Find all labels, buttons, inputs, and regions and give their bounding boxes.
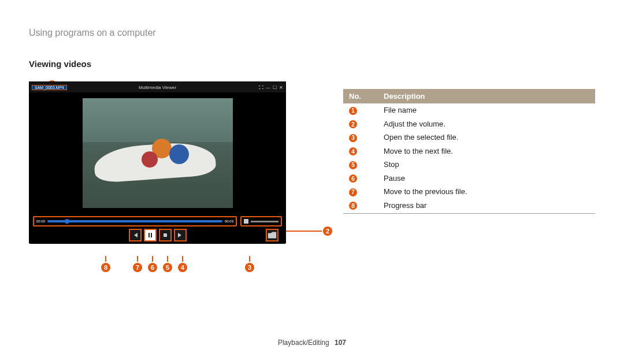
row-desc: Stop	[378, 158, 595, 172]
video-player-window: SAM_0003.MP4 Multimedia Viewer ⛶ — ☐ ✕	[29, 81, 286, 243]
titlebar: SAM_0003.MP4 Multimedia Viewer ⛶ — ☐ ✕	[29, 82, 285, 92]
time-current: 00:00	[36, 220, 45, 223]
time-total: 00:03	[225, 220, 233, 223]
row-num-icon: 4	[349, 147, 357, 155]
speaker-icon[interactable]	[244, 219, 248, 224]
callout-6: 6	[148, 263, 157, 272]
seek-track[interactable]	[47, 220, 222, 222]
row-desc: File name	[378, 103, 595, 117]
leader-8	[105, 256, 106, 262]
row-num-icon: 1	[349, 107, 357, 115]
table-row: 8Progress bar	[343, 199, 595, 214]
th-desc: Description	[378, 89, 595, 103]
callout-7: 7	[133, 263, 142, 272]
row-desc: Pause	[378, 172, 595, 185]
expand-icon[interactable]: ⛶	[259, 85, 263, 90]
table-row: 5Stop	[343, 158, 595, 172]
svg-rect-1	[151, 233, 152, 237]
maximize-icon[interactable]: ☐	[273, 85, 277, 90]
th-no: No.	[343, 89, 378, 103]
row-num-icon: 2	[349, 120, 357, 128]
table-row: 4Move to the next file.	[343, 144, 595, 158]
row-desc: Open the selected file.	[378, 131, 595, 144]
section-subtitle: Viewing videos	[29, 59, 318, 69]
callout-2: 2	[323, 226, 332, 236]
breadcrumb: Using programs on a computer	[29, 28, 156, 38]
row-num-icon: 7	[349, 188, 357, 196]
callout-3: 3	[245, 263, 254, 272]
row-desc: Progress bar	[378, 199, 595, 214]
svg-rect-0	[148, 233, 150, 237]
row-num-icon: 6	[349, 174, 357, 183]
svg-rect-2	[164, 233, 167, 237]
volume-control[interactable]	[240, 216, 282, 226]
callout-5: 5	[163, 263, 172, 272]
row-desc: Move to the next file.	[378, 144, 595, 158]
footer-page-number: 107	[335, 339, 346, 347]
table-row: 7Move to the previous file.	[343, 185, 595, 199]
pause-button[interactable]	[144, 229, 157, 242]
leader-7	[137, 256, 138, 262]
table-row: 2Adjust the volume.	[343, 117, 595, 131]
row-num-icon: 5	[349, 161, 357, 169]
leader-4	[182, 256, 183, 262]
leader-5	[167, 256, 168, 262]
footer-section: Playback/Editing	[278, 339, 329, 347]
window-title: Multimedia Viewer	[139, 85, 176, 90]
previous-button[interactable]	[129, 229, 142, 242]
player-controls: 00:00 00:03	[29, 214, 285, 244]
window-controls: ⛶ — ☐ ✕	[259, 85, 283, 90]
open-file-button[interactable]	[266, 229, 278, 242]
table-row: 3Open the selected file.	[343, 131, 595, 144]
volume-track[interactable]	[251, 221, 278, 222]
page-footer: Playback/Editing 107	[0, 339, 624, 347]
row-desc: Move to the previous file.	[378, 185, 595, 199]
progress-bar[interactable]: 00:00 00:03	[33, 216, 237, 226]
video-thumbnail	[83, 98, 233, 208]
row-desc: Adjust the volume.	[378, 117, 595, 131]
close-icon[interactable]: ✕	[279, 85, 283, 90]
next-button[interactable]	[174, 229, 187, 242]
file-name-chip: SAM_0003.MP4	[32, 85, 67, 90]
leader-6	[152, 256, 153, 262]
description-table: No. Description 1File name 2Adjust the v…	[343, 89, 595, 214]
video-display	[29, 92, 285, 214]
callout-4: 4	[178, 263, 187, 272]
callout-8: 8	[101, 263, 110, 272]
minimize-icon[interactable]: —	[266, 85, 270, 90]
leader-3	[249, 256, 250, 262]
row-num-icon: 3	[349, 134, 357, 142]
table-row: 1File name	[343, 103, 595, 117]
leader-2	[286, 231, 322, 232]
row-num-icon: 8	[349, 202, 357, 210]
table-row: 6Pause	[343, 172, 595, 185]
stop-button[interactable]	[159, 229, 172, 242]
